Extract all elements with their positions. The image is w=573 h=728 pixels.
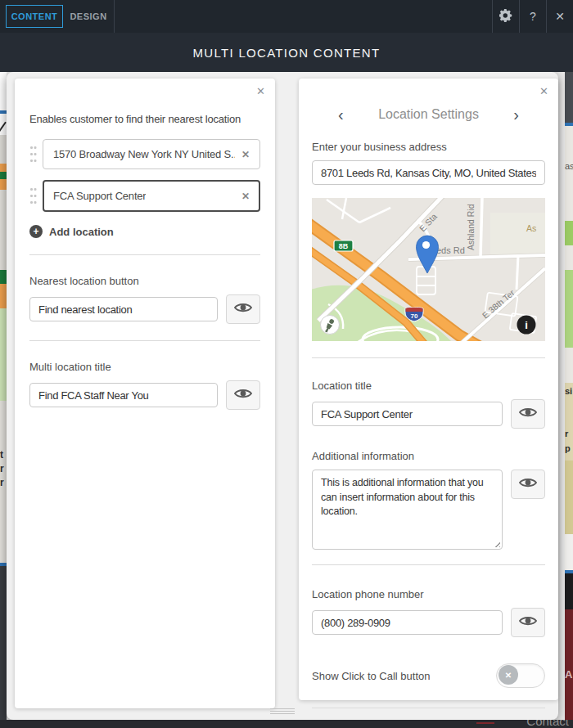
toggle-knob-off-icon: ✕: [499, 665, 518, 685]
chevron-right-icon[interactable]: ›: [513, 106, 519, 123]
drag-handle-icon[interactable]: [29, 188, 36, 204]
top-icon-group: ? ✕: [492, 0, 573, 33]
drag-handle-icon[interactable]: [29, 146, 36, 162]
bg-text-fragment: t: [0, 450, 3, 460]
multi-location-title-input[interactable]: [29, 383, 218, 407]
eye-icon: [519, 407, 537, 421]
remove-location-icon[interactable]: ✕: [241, 149, 250, 160]
modal-title: MULTI LOCATION CONTENT: [193, 46, 381, 60]
bg-text-fragment: r: [0, 478, 4, 488]
modal-title-bar: MULTI LOCATION CONTENT: [0, 33, 573, 72]
location-settings-header: ‹ Location Settings ›: [312, 106, 545, 123]
gear-icon: [499, 9, 512, 25]
background-bottom-band: Contact: [0, 720, 573, 728]
bg-text-fragment: as: [565, 162, 573, 171]
map-street-label: Ashland Rid: [466, 204, 476, 250]
map-info-button[interactable]: i: [517, 316, 536, 335]
preview-toggle-button[interactable]: [226, 380, 260, 410]
info-icon: i: [525, 319, 528, 331]
help-button[interactable]: ?: [519, 0, 546, 33]
location-title-label: Location title: [312, 380, 545, 392]
eye-icon: [234, 302, 252, 317]
map-area-label: As: [526, 223, 536, 233]
nearest-location-input[interactable]: [29, 297, 218, 321]
divider: [29, 254, 260, 255]
divider: [312, 564, 545, 565]
add-location-label: Add location: [49, 226, 114, 238]
bg-red-fragment: [476, 722, 494, 724]
chevron-left-icon[interactable]: ‹: [338, 106, 344, 123]
map-street-label: eds Rd: [436, 245, 465, 255]
eye-icon: [519, 477, 537, 492]
bg-contact-text: Contact: [526, 720, 569, 728]
map-preview[interactable]: E Sta Ashland Rid eds Rd E 38th Ter As 8…: [312, 198, 545, 341]
close-icon[interactable]: ✕: [539, 86, 548, 97]
plus-circle-icon: +: [29, 225, 43, 238]
location-item-2-selected[interactable]: FCA Support Center ✕: [43, 180, 260, 212]
divider: [312, 357, 545, 358]
eye-icon: [234, 388, 252, 402]
remove-location-icon[interactable]: ✕: [241, 191, 250, 202]
divider: [312, 708, 545, 708]
tab-design[interactable]: DESIGN: [63, 0, 115, 33]
close-editor-button[interactable]: ✕: [546, 0, 573, 33]
location-item-1[interactable]: 1570 Broadway New York NY United S... ✕: [43, 139, 260, 169]
add-location-button[interactable]: + Add location: [29, 225, 260, 238]
close-icon[interactable]: ✕: [256, 86, 265, 97]
click-to-call-toggle[interactable]: ✕: [496, 663, 545, 688]
location-settings-panel: ✕ ‹ Location Settings › Enter your busin…: [299, 79, 558, 700]
help-icon: ?: [530, 10, 536, 23]
business-address-input[interactable]: [312, 160, 545, 185]
additional-info-label: Additional information: [312, 450, 545, 462]
click-to-call-label: Show Click to Call button: [312, 670, 431, 682]
editor-top-bar: CONTENT DESIGN ? ✕: [0, 0, 573, 33]
pegman-button[interactable]: [321, 316, 340, 335]
background-left-strip: t r r: [0, 72, 7, 720]
location-list-item: FCA Support Center ✕: [29, 180, 260, 212]
preview-toggle-button[interactable]: [511, 608, 545, 637]
location-item-text: 1570 Broadway New York NY United S...: [53, 148, 235, 160]
location-title-input[interactable]: [312, 402, 503, 426]
location-list-item: 1570 Broadway New York NY United S... ✕: [29, 139, 260, 169]
preview-toggle-button[interactable]: [226, 294, 260, 324]
bg-text-fragment: r: [0, 464, 4, 474]
bg-text-fragment: r: [565, 429, 568, 438]
multi-location-title-label: Multi location title: [29, 361, 260, 373]
bg-text-fragment: p: [565, 444, 571, 453]
modal-resize-handle[interactable]: [270, 708, 295, 715]
svg-text:8B: 8B: [339, 242, 349, 250]
background-right-strip: as si r p A: [558, 72, 573, 720]
phone-number-input[interactable]: [312, 610, 503, 635]
additional-info-textarea[interactable]: This is additional information that you …: [312, 470, 503, 550]
locations-list-panel: ✕ Enables customer to find their nearest…: [15, 79, 275, 708]
svg-text:70: 70: [411, 312, 418, 320]
phone-number-label: Location phone number: [312, 588, 545, 600]
business-address-label: Enter your business address: [312, 141, 545, 153]
preview-toggle-button[interactable]: [511, 399, 545, 429]
multi-location-modal: ✕ Enables customer to find their nearest…: [7, 72, 558, 720]
location-settings-title: Location Settings: [378, 107, 479, 122]
nearest-location-label: Nearest location button: [29, 275, 260, 287]
eye-icon: [519, 615, 537, 630]
map-exit-badge: 8B: [334, 240, 353, 251]
bg-text-fragment: A: [565, 669, 572, 680]
bg-text-fragment: si: [565, 387, 572, 396]
close-icon: ✕: [555, 10, 565, 23]
preview-toggle-button[interactable]: [511, 470, 545, 499]
tab-content[interactable]: CONTENT: [6, 5, 63, 28]
location-item-text: FCA Support Center: [53, 190, 146, 202]
settings-button[interactable]: [492, 0, 519, 33]
panel-description: Enables customer to find their nearest l…: [29, 79, 260, 125]
divider: [29, 340, 260, 341]
